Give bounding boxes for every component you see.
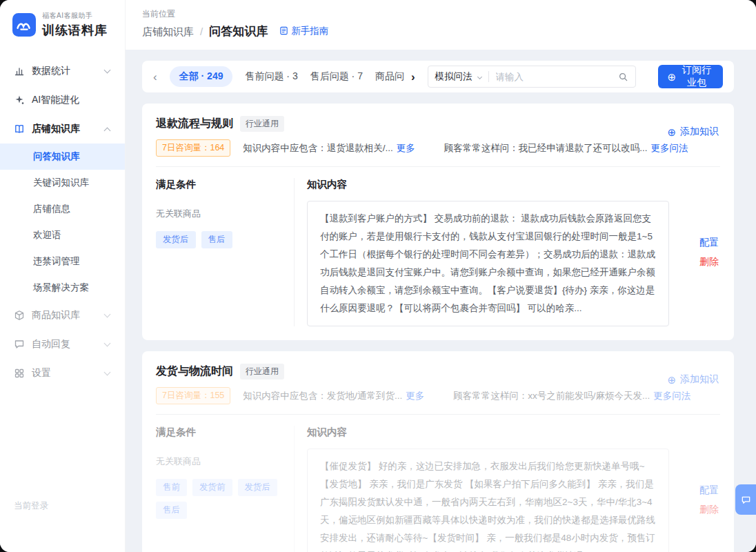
brand-logo-icon — [12, 13, 36, 37]
sidebar-item-data-stats[interactable]: 数据统计 — [0, 57, 125, 86]
sidebar-item-keyword-kb[interactable]: 关键词知识库 — [0, 170, 125, 196]
configure-link[interactable]: 配置 — [699, 237, 719, 249]
condition-tag: 发货后 — [238, 479, 278, 496]
subscribe-industry-pack-button[interactable]: ⊕ 订阅行业包 — [658, 65, 723, 88]
delete-link[interactable]: 删除 — [699, 504, 719, 516]
condition-no-linked-product: 无关联商品 — [156, 208, 280, 220]
chevron-down-icon — [477, 74, 482, 79]
page-header: 当前位置 店铺知识库 / 问答知识库 新手指南 — [126, 0, 756, 50]
location-label: 当前位置 — [142, 8, 739, 20]
content-column: 知识内容 【退款到客户账户的方式】 交易成功前的退款： 退款成功后钱款会原路返回… — [294, 178, 669, 326]
add-knowledge-link[interactable]: ⊕ 添加知识 — [667, 373, 719, 386]
product-box-icon — [14, 310, 25, 321]
sidebar-nav: 数据统计 AI智能进化 店铺知识库 问答知识库 关键词知识库 店铺信息 欢迎语 … — [0, 57, 125, 388]
sidebar-subitem-label: 店铺信息 — [33, 203, 70, 215]
card-title: 退款流程与规则 — [156, 117, 233, 131]
circle-plus-icon: ⊕ — [668, 72, 677, 82]
customer-ask-hint: 顾客常常这样问：xx号之前能发吗/麻烦今天发... — [453, 390, 650, 402]
more-link[interactable]: 更多 — [406, 390, 424, 402]
conditions-title: 满足条件 — [156, 426, 280, 439]
sidebar-item-product-kb[interactable]: 商品知识库 — [0, 301, 125, 330]
condition-tag: 售前 — [156, 479, 187, 496]
breadcrumb-parent[interactable]: 店铺知识库 — [142, 26, 194, 39]
chat-bubble-icon — [14, 339, 25, 350]
chevron-down-icon — [104, 311, 111, 318]
tab-bar: ‹ 全部 · 249 售前问题 · 3 售后问题 · 7 商品问题 › 模拟问法… — [142, 61, 734, 92]
card-tag: 行业通用 — [240, 364, 284, 379]
knowledge-card-shipping: 发货与物流时间 行业通用 ⊕ 添加知识 7日咨询量：155 知识内容中应包含：发… — [142, 351, 734, 552]
knowledge-card-refund: 退款流程与规则 行业通用 ⊕ 添加知识 7日咨询量：164 知识内容中应包含：退… — [142, 103, 734, 340]
conditions-column: 满足条件 无关联商品 售前 发货前 发货后 售后 — [156, 426, 294, 552]
sidebar-item-store-kb[interactable]: 店铺知识库 — [0, 115, 125, 144]
card-tag: 行业通用 — [240, 116, 284, 132]
chevron-down-icon — [104, 369, 111, 376]
conditions-column: 满足条件 无关联商品 发货后 售后 — [156, 178, 294, 326]
tabs-scroll-right-icon[interactable]: › — [411, 71, 415, 83]
tab-presale-questions[interactable]: 售前问题 · 3 — [245, 70, 297, 83]
condition-tags: 发货后 售后 — [156, 231, 280, 248]
volume-badge: 7日咨询量：164 — [156, 139, 230, 157]
tab-product-questions[interactable]: 商品问题 — [375, 70, 404, 83]
sidebar-item-banned-words[interactable]: 违禁词管理 — [0, 248, 125, 275]
search-control: 模拟问法 — [428, 66, 636, 88]
ai-sparkle-icon — [14, 95, 25, 106]
brand-subtitle: 福客AI客服助手 — [42, 11, 108, 21]
sidebar-item-scenario-solutions[interactable]: 场景解决方案 — [0, 275, 125, 301]
question-type-select[interactable]: 模拟问法 — [435, 70, 481, 83]
content-column: 知识内容 【催促发货】 好的亲，这边已安排加急，衣服发出后我们给您更新快递单号哦… — [294, 426, 669, 552]
login-status: 当前登录 — [14, 500, 48, 512]
page-title: 问答知识库 — [209, 23, 268, 39]
question-type-value: 模拟问法 — [435, 70, 472, 83]
tab-aftersale-questions[interactable]: 售后问题 · 7 — [310, 70, 363, 83]
sidebar-item-label: 店铺知识库 — [32, 123, 80, 135]
customer-ask-hint: 顾客常常这样问：我已经申请退款了还可以改吗... — [444, 142, 648, 155]
sidebar-item-auto-reply[interactable]: 自动回复 — [0, 330, 125, 359]
condition-tag: 发货后 — [156, 231, 196, 248]
service-float-button[interactable] — [735, 484, 756, 515]
sidebar-subitem-label: 欢迎语 — [33, 229, 61, 241]
include-hint: 知识内容中应包含：退货退款相关/... — [243, 142, 393, 155]
circle-plus-icon: ⊕ — [667, 127, 676, 137]
content-title: 知识内容 — [307, 426, 669, 439]
card-meta: 7日咨询量：155 知识内容中应包含：发货地/通常到货... 更多 顾客常常这样… — [156, 387, 720, 404]
tabs-scroll-left-icon[interactable]: ‹ — [153, 71, 157, 83]
sidebar-item-label: AI智能进化 — [32, 94, 79, 106]
condition-tag: 售后 — [201, 231, 232, 248]
knowledge-content-text: 【退款到客户账户的方式】 交易成功前的退款： 退款成功后钱款会原路返回您支付的账… — [307, 201, 669, 326]
beginner-guide-link[interactable]: 新手指南 — [279, 25, 328, 37]
condition-no-linked-product: 无关联商品 — [156, 455, 280, 468]
card-header: 发货与物流时间 行业通用 — [156, 364, 720, 379]
book-icon — [14, 124, 25, 135]
app-window: 福客AI客服助手 训练语料库 数据统计 AI智能进化 店铺知识库 问答知识库 关… — [0, 0, 756, 552]
card-meta: 7日咨询量：164 知识内容中应包含：退货退款相关/... 更多 顾客常常这样问… — [156, 139, 720, 157]
search-input[interactable] — [496, 72, 618, 82]
settings-grid-icon — [14, 368, 25, 379]
card-actions: 配置 删除 — [669, 426, 720, 552]
condition-tags: 售前 发货前 发货后 售后 — [156, 479, 280, 519]
sidebar-item-qa-kb[interactable]: 问答知识库 — [0, 144, 125, 170]
tab-all[interactable]: 全部 · 249 — [170, 66, 233, 87]
search-icon[interactable] — [618, 72, 628, 82]
add-knowledge-link[interactable]: ⊕ 添加知识 — [667, 126, 719, 138]
delete-link[interactable]: 删除 — [699, 256, 719, 268]
sidebar-item-store-info[interactable]: 店铺信息 — [0, 196, 125, 222]
brand-title: 训练语料库 — [42, 22, 108, 39]
chevron-down-icon — [104, 340, 111, 347]
configure-link[interactable]: 配置 — [699, 484, 719, 497]
more-questions-link[interactable]: 更多问法 — [651, 142, 688, 155]
sidebar: 福客AI客服助手 训练语料库 数据统计 AI智能进化 店铺知识库 问答知识库 关… — [0, 0, 126, 552]
more-questions-link[interactable]: 更多问法 — [653, 390, 690, 402]
sidebar-item-welcome-msg[interactable]: 欢迎语 — [0, 222, 125, 248]
sidebar-item-label: 数据统计 — [32, 65, 70, 77]
chevron-down-icon — [104, 67, 111, 74]
card-actions: 配置 删除 — [669, 178, 720, 326]
card-header: 退款流程与规则 行业通用 — [156, 116, 720, 132]
brand-logo: 福客AI客服助手 训练语料库 — [0, 0, 125, 50]
more-link[interactable]: 更多 — [397, 142, 415, 155]
circle-plus-icon: ⊕ — [667, 375, 676, 385]
sidebar-subitem-label: 关键词知识库 — [33, 177, 89, 189]
card-body: 满足条件 无关联商品 发货后 售后 知识内容 【退款到客户账户的方式】 交易成功… — [156, 167, 720, 326]
knowledge-content-text: 【催促发货】 好的亲，这边已安排加急，衣服发出后我们给您更新快递单号哦~【发货地… — [307, 448, 669, 552]
sidebar-item-ai-evolution[interactable]: AI智能进化 — [0, 86, 125, 115]
sidebar-item-settings[interactable]: 设置 — [0, 359, 125, 388]
